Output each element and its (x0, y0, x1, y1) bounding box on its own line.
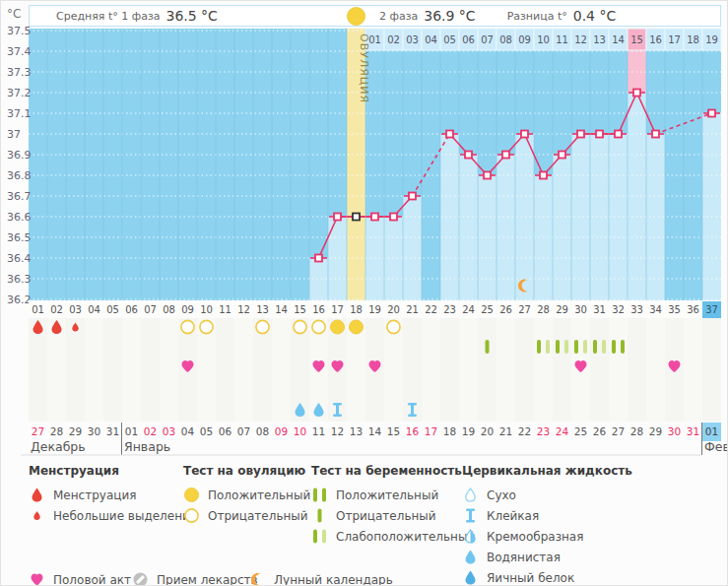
temp-point[interactable] (652, 131, 659, 138)
y-axis-tick: 37 (7, 128, 21, 141)
circle-outline-glyph (185, 509, 198, 522)
cycle-day-label: 30 (574, 304, 587, 315)
ibeam-glyph (466, 509, 475, 523)
date-label: 17 (425, 425, 437, 437)
temp-point[interactable] (633, 90, 640, 97)
cycle-day-label: 33 (630, 304, 643, 315)
temp-point[interactable] (409, 193, 416, 200)
dpo-label: 10 (537, 34, 550, 45)
drop-filled-glyph (466, 551, 476, 564)
temp-point[interactable] (615, 131, 622, 138)
temp-point[interactable] (596, 131, 603, 138)
cycle-day-label: 07 (144, 304, 157, 315)
month-label: Декабрь (31, 439, 86, 454)
cycle-day-label: 05 (106, 304, 119, 315)
temp-point[interactable] (390, 214, 397, 221)
cycle-day-label: 27 (518, 304, 531, 315)
ovulation-test-icon (294, 320, 306, 333)
legend-item-label: Яичный белок (487, 571, 574, 585)
event-col-shade (628, 318, 646, 422)
cycle-day-label: 32 (612, 304, 625, 315)
event-col-shade (103, 318, 122, 422)
temp-point[interactable] (559, 152, 565, 159)
cycle-day-label: 14 (275, 304, 288, 315)
temp-point[interactable] (371, 214, 378, 221)
legend-item-heart: Половой акт (29, 569, 131, 586)
dpo-label: 09 (518, 34, 531, 45)
legend-item-label: Небольшие выделения (53, 509, 197, 523)
legend-item: Слабоположительный (311, 526, 475, 547)
pill-icon (132, 571, 149, 586)
ovulation-test-icon (331, 320, 345, 334)
date-label: 10 (294, 425, 306, 437)
temp-point[interactable] (484, 172, 491, 179)
cycle-day-label: 15 (294, 304, 306, 315)
event-col-shade (141, 318, 160, 422)
temp-point[interactable] (446, 131, 453, 138)
temp-point[interactable] (540, 172, 547, 179)
dpo-label: 07 (481, 34, 494, 45)
date-label: 29 (649, 425, 662, 437)
temp-point[interactable] (577, 131, 584, 138)
dpo-label: 03 (406, 34, 419, 45)
drop-large-red-glyph (33, 488, 42, 502)
bbt-temperature-chart[interactable]: 37.537.437.337.237.13736.936.836.736.636… (1, 1, 728, 459)
legend-drop-dark-icon (462, 569, 479, 586)
legend-item: Водянистая (462, 547, 632, 567)
legend-item-label: Прием лекарств (157, 573, 258, 586)
legend-item: Клейкая (462, 505, 632, 526)
date-label: 08 (256, 425, 269, 437)
cycle-day-label: 35 (668, 304, 681, 315)
legend-item-label: Сухо (487, 488, 516, 502)
cycle-day-label: 08 (163, 304, 175, 315)
cycle-day-label: 22 (425, 304, 437, 315)
date-label: 14 (368, 425, 382, 437)
legend-drop-half-icon (462, 528, 479, 545)
temp-point[interactable] (502, 152, 509, 159)
cycle-day-label: 02 (50, 304, 63, 315)
day-column-fill (309, 258, 328, 300)
event-col-shade (216, 318, 234, 422)
ovulation-temp-point[interactable] (353, 214, 360, 221)
cycle-day-label: 06 (125, 304, 138, 315)
temp-point[interactable] (465, 152, 472, 159)
dpo-label: 06 (462, 34, 475, 45)
cycle-day-label: 01 (32, 304, 44, 315)
legend-ovulation-test-title: Тест на овуляцию (183, 464, 310, 478)
cycle-day-label: 19 (368, 304, 381, 315)
legend-menstruation-title: Менструация (29, 464, 197, 478)
date-label: 04 (181, 425, 195, 437)
legend-item-label: Отрицательный (336, 509, 436, 523)
legend-cervical-fluid-title: Цервикальная жидкость (462, 464, 632, 478)
ovulation-test-icon (312, 320, 325, 333)
temp-point[interactable] (708, 110, 715, 117)
circle-filled-glyph (185, 488, 199, 502)
dpo-label: 18 (687, 34, 699, 45)
temp-point[interactable] (315, 255, 322, 262)
cycle-day-label: 03 (69, 304, 82, 315)
date-label: 13 (350, 425, 363, 437)
date-label: 27 (32, 425, 44, 437)
heart-icon (29, 571, 45, 586)
cycle-day-label: 24 (462, 304, 475, 315)
day-column-fill (515, 134, 534, 300)
y-axis-tick: 36.6 (7, 211, 32, 224)
date-label: 30 (668, 425, 681, 437)
drop-half-glyph (466, 530, 475, 543)
temp-point[interactable] (334, 214, 341, 221)
y-axis-tick: 37.4 (7, 45, 32, 58)
date-label: 16 (406, 425, 420, 437)
dpo-label: 11 (556, 34, 568, 45)
cycle-day-label: 37 (705, 304, 718, 315)
legend-drop-filled-icon (462, 549, 479, 565)
legend-item: Яичный белок (462, 567, 632, 586)
dpo-label: 02 (387, 34, 400, 45)
date-label: 28 (630, 425, 643, 437)
ovulation-test-icon (387, 320, 400, 333)
date-label: 06 (219, 425, 232, 437)
temp-point[interactable] (521, 131, 528, 138)
legend-item-label: Водянистая (487, 551, 561, 564)
date-label: 21 (499, 425, 512, 437)
dpo-label: 14 (612, 34, 625, 45)
dpo-label: 08 (499, 34, 512, 45)
